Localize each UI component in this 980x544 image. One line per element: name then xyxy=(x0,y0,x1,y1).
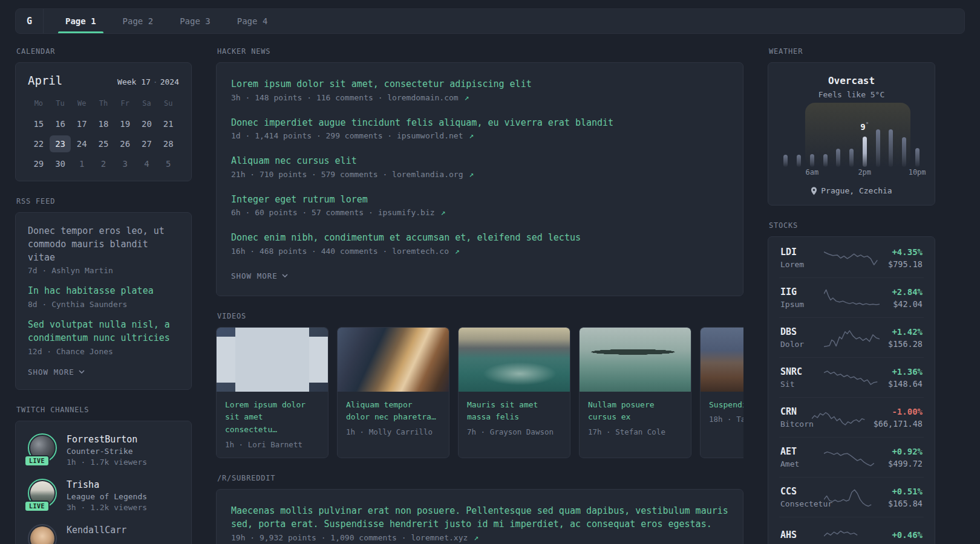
calendar-day[interactable]: 1 xyxy=(71,155,93,172)
app-logo[interactable]: G xyxy=(16,9,44,33)
video-thumbnail xyxy=(217,328,328,392)
stocks-widget: STOCKS LDILorem +4.35%$795.18 IIGIpsum +… xyxy=(768,221,935,544)
channel-avatar xyxy=(28,524,57,544)
tab-page-4[interactable]: Page 4 xyxy=(230,9,275,33)
hackernews-widget: HACKER NEWS Lorem ipsum dolor sit amet, … xyxy=(216,47,743,296)
calendar-day[interactable]: 24 xyxy=(71,135,93,152)
rss-item-title[interactable]: Donec tempor eros leo, ut commodo mauris… xyxy=(28,225,179,264)
calendar-day[interactable]: 30 xyxy=(50,155,71,172)
weather-bar xyxy=(836,149,840,167)
calendar-day[interactable]: 17 xyxy=(71,115,93,132)
twitch-channel[interactable]: LIVE ForrestBurton Counter-Strike 1h · 1… xyxy=(28,433,179,467)
calendar-day[interactable]: 2 xyxy=(93,155,114,172)
hn-show-more-button[interactable]: SHOW MORE xyxy=(231,271,288,280)
weather-axis: 6am 2pm 10pm xyxy=(779,168,924,178)
video-card[interactable]: Aliquam tempor dolor nec pharetra… 1h · … xyxy=(337,327,449,458)
weather-bar xyxy=(797,155,801,167)
stock-row-ldi[interactable]: LDILorem +4.35%$795.18 xyxy=(779,238,924,277)
video-card[interactable]: Lorem ipsum dolor sit amet consectetu… 1… xyxy=(216,327,328,458)
section-title-stocks: STOCKS xyxy=(769,221,935,230)
stock-sparkline xyxy=(824,447,880,468)
weather-location[interactable]: Prague, Czechia xyxy=(779,186,924,195)
weather-bar-current xyxy=(863,137,867,167)
calendar-day[interactable]: 16 xyxy=(50,115,71,132)
hn-story-title[interactable]: Donec enim nibh, condimentum et accumsan… xyxy=(231,231,728,245)
stock-symbol: AET xyxy=(780,446,818,457)
page-tabs: Page 1 Page 2 Page 3 Page 4 xyxy=(44,9,281,33)
hn-story-title[interactable]: Donec imperdiet augue tincidunt felis al… xyxy=(231,116,728,130)
reddit-post-title[interactable]: Maecenas mollis pulvinar erat non posuer… xyxy=(231,504,728,531)
calendar-day-header: Th xyxy=(93,96,114,112)
twitch-channel[interactable]: LIVE Trisha League of Legends 3h · 1.2k … xyxy=(28,479,179,512)
calendar-day[interactable]: 20 xyxy=(136,115,158,132)
section-title-videos: VIDEOS xyxy=(217,312,743,320)
stock-sparkline xyxy=(824,368,880,388)
calendar-day-header: Fr xyxy=(114,96,136,112)
calendar-day[interactable]: 27 xyxy=(136,135,158,152)
stock-row-ahs[interactable]: AHS +0.46% xyxy=(779,517,924,544)
stock-change: +1.42% xyxy=(886,327,923,337)
stock-row-dbs[interactable]: DBSDolor +1.42%$156.28 xyxy=(779,317,924,357)
video-card[interactable]: Mauris sit amet massa felis 7h · Grayson… xyxy=(458,327,570,458)
external-link-icon[interactable]: ↗ xyxy=(440,208,445,217)
tab-page-2[interactable]: Page 2 xyxy=(116,9,161,33)
calendar-day[interactable]: 22 xyxy=(28,135,50,152)
calendar-day[interactable]: 15 xyxy=(28,115,50,132)
stock-row-crn[interactable]: CRNBitcorn -1.00%$66,171.48 xyxy=(779,397,924,437)
weather-hour-slot xyxy=(779,115,792,167)
calendar-day[interactable]: 4 xyxy=(136,155,158,172)
weather-bar xyxy=(915,148,920,167)
weather-bar xyxy=(876,129,880,167)
hn-story-title[interactable]: Integer eget rutrum lorem xyxy=(231,193,728,207)
rss-show-more-button[interactable]: SHOW MORE xyxy=(28,368,85,377)
stock-symbol: IIG xyxy=(780,287,818,297)
calendar-day[interactable]: 5 xyxy=(157,155,179,172)
tab-label: Page 4 xyxy=(237,16,268,26)
stock-sparkline xyxy=(824,288,880,308)
calendar-day[interactable]: 28 xyxy=(157,135,179,152)
calendar-day[interactable]: 21 xyxy=(157,115,179,132)
calendar-day[interactable]: 18 xyxy=(93,115,114,132)
hn-story-title[interactable]: Aliquam nec cursus elit xyxy=(231,154,728,168)
stock-price: $499.72 xyxy=(886,459,923,468)
weather-hour-slot xyxy=(792,115,806,167)
tab-page-1[interactable]: Page 1 xyxy=(58,9,103,33)
stock-symbol: LDI xyxy=(780,247,818,257)
external-link-icon[interactable]: ↗ xyxy=(455,247,460,256)
calendar-day[interactable]: 3 xyxy=(114,155,136,172)
twitch-card: LIVE ForrestBurton Counter-Strike 1h · 1… xyxy=(15,421,192,544)
video-card[interactable]: Nullam posuere cursus ex 17h · Stefan Co… xyxy=(579,327,691,458)
external-link-icon[interactable]: ↗ xyxy=(474,533,479,542)
stock-row-ccs[interactable]: CCSConsectetur +0.51%$165.84 xyxy=(779,477,924,517)
weather-bar xyxy=(823,154,828,167)
stock-symbol: AHS xyxy=(780,529,818,540)
calendar-day[interactable]: 26 xyxy=(114,135,136,152)
weather-bar xyxy=(889,129,893,167)
tab-page-3[interactable]: Page 3 xyxy=(172,9,218,33)
calendar-day-header: Mo xyxy=(28,96,50,112)
external-link-icon[interactable]: ↗ xyxy=(469,170,474,179)
calendar-day[interactable]: 23 xyxy=(50,135,71,152)
stock-row-iig[interactable]: IIGIpsum +2.84%$42.04 xyxy=(779,277,924,317)
section-title-rss: RSS FEED xyxy=(16,197,192,206)
tab-label: Page 2 xyxy=(123,16,154,26)
stock-row-snrc[interactable]: SNRCSit +1.36%$148.64 xyxy=(779,357,924,397)
tab-label: Page 1 xyxy=(65,16,96,26)
weather-hour-slot xyxy=(818,115,832,167)
external-link-icon[interactable]: ↗ xyxy=(469,131,474,140)
rss-item-title[interactable]: In hac habitasse platea xyxy=(28,285,179,298)
stock-row-aet[interactable]: AETAmet +0.92%$499.72 xyxy=(779,437,924,477)
hn-story-title[interactable]: Lorem ipsum dolor sit amet, consectetur … xyxy=(231,77,728,91)
calendar-day[interactable]: 25 xyxy=(93,135,114,152)
external-link-icon[interactable]: ↗ xyxy=(465,93,469,102)
calendar-day[interactable]: 19 xyxy=(114,115,136,132)
stock-company: Amet xyxy=(780,459,818,468)
video-card[interactable]: Suspendisse diam 18h · Tara xyxy=(700,327,743,458)
calendar-day[interactable]: 29 xyxy=(28,155,50,172)
video-meta: 1h · Molly Carrillo xyxy=(338,425,449,445)
video-list: Lorem ipsum dolor sit amet consectetu… 1… xyxy=(216,327,743,458)
twitch-widget: TWITCH CHANNELS LIVE ForrestBurton Count… xyxy=(15,406,192,544)
rss-item-title[interactable]: Sed volutpat nulla nisl, a condimentum n… xyxy=(28,319,179,345)
stock-price: $42.04 xyxy=(886,299,923,309)
twitch-channel[interactable]: KendallCarr xyxy=(28,524,179,544)
